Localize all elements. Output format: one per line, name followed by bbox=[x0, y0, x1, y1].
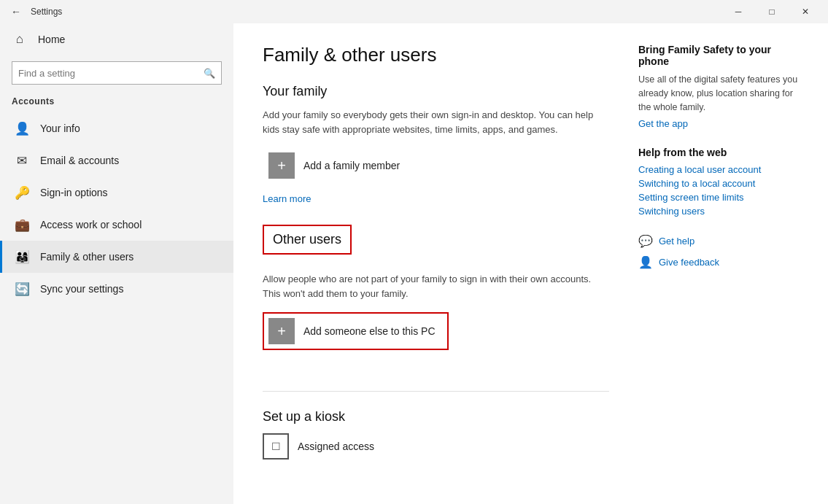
kiosk-section: Set up a kiosk ☐ Assigned access bbox=[263, 391, 609, 460]
get-help-link[interactable]: Get help bbox=[659, 236, 694, 247]
restore-button[interactable]: □ bbox=[755, 0, 789, 23]
sign-in-icon: 🔑 bbox=[14, 185, 30, 201]
search-icon: 🔍 bbox=[204, 68, 215, 79]
sidebar-item-access-work[interactable]: 💼 Access work or school bbox=[0, 209, 233, 241]
help-feedback-section: 💬 Get help 👤 Give feedback bbox=[638, 234, 799, 269]
get-help-item[interactable]: 💬 Get help bbox=[638, 234, 799, 248]
sidebar-item-your-info[interactable]: 👤 Your info bbox=[0, 112, 233, 144]
add-family-icon-box: + bbox=[268, 152, 295, 179]
give-feedback-icon: 👤 bbox=[638, 255, 653, 269]
sidebar-item-sync[interactable]: 🔄 Sync your settings bbox=[0, 273, 233, 305]
link-switching-local-account[interactable]: Switching to a local account bbox=[638, 178, 799, 189]
back-button[interactable]: ← bbox=[6, 1, 26, 22]
email-icon: ✉ bbox=[14, 153, 30, 168]
sidebar-section-accounts: Accounts bbox=[0, 93, 233, 112]
add-someone-icon-box: + bbox=[268, 318, 295, 344]
your-family-heading: Your family bbox=[263, 84, 609, 99]
search-input[interactable] bbox=[18, 68, 204, 79]
page-title: Family & other users bbox=[263, 44, 609, 66]
your-info-icon: 👤 bbox=[14, 121, 30, 136]
link-creating-local-account[interactable]: Creating a local user account bbox=[638, 164, 799, 175]
app-container: ⌂ Home 🔍 Accounts 👤 Your info ✉ Email & … bbox=[0, 23, 828, 504]
main-content-area: Family & other users Your family Add you… bbox=[233, 23, 828, 504]
give-feedback-item[interactable]: 👤 Give feedback bbox=[638, 255, 799, 269]
main-content: Family & other users Your family Add you… bbox=[263, 44, 609, 484]
other-users-desc: Allow people who are not part of your fa… bbox=[263, 272, 598, 301]
app-title: Settings bbox=[31, 7, 721, 17]
your-info-label: Your info bbox=[40, 123, 80, 134]
add-someone-container: + Add someone else to this PC bbox=[263, 312, 449, 350]
family-icon: 👨‍👩‍👧 bbox=[14, 249, 30, 265]
bring-family-title: Bring Family Safety to your phone bbox=[638, 44, 799, 67]
get-the-app-link[interactable]: Get the app bbox=[638, 118, 799, 129]
close-button[interactable]: ✕ bbox=[789, 0, 822, 23]
kiosk-heading: Set up a kiosk bbox=[263, 409, 609, 424]
plus-icon: + bbox=[277, 158, 286, 174]
your-family-desc: Add your family so everybody gets their … bbox=[263, 108, 598, 136]
home-icon: ⌂ bbox=[12, 32, 28, 47]
add-family-label: Add a family member bbox=[303, 160, 400, 171]
access-work-label: Access work or school bbox=[40, 219, 142, 230]
sync-icon: 🔄 bbox=[14, 282, 30, 297]
home-label: Home bbox=[38, 34, 65, 45]
right-panel: Bring Family Safety to your phone Use al… bbox=[638, 44, 799, 484]
add-someone-label: Add someone else to this PC bbox=[303, 325, 436, 337]
minimize-button[interactable]: ─ bbox=[721, 0, 755, 23]
family-label: Family & other users bbox=[40, 251, 134, 263]
sidebar-item-home[interactable]: ⌂ Home bbox=[0, 23, 233, 55]
work-icon: 💼 bbox=[14, 217, 30, 233]
sync-label: Sync your settings bbox=[40, 283, 123, 295]
titlebar: ← Settings ─ □ ✕ bbox=[0, 0, 828, 23]
add-someone-plus-icon: + bbox=[277, 323, 286, 340]
help-from-web-section: Help from the web Creating a local user … bbox=[638, 147, 799, 217]
learn-more-link[interactable]: Learn more bbox=[263, 193, 311, 204]
sidebar-item-email-accounts[interactable]: ✉ Email & accounts bbox=[0, 144, 233, 177]
get-help-icon: 💬 bbox=[638, 234, 653, 248]
sidebar: ⌂ Home 🔍 Accounts 👤 Your info ✉ Email & … bbox=[0, 23, 233, 504]
add-family-member-button[interactable]: + Add a family member bbox=[263, 148, 406, 183]
link-screen-time-limits[interactable]: Setting screen time limits bbox=[638, 192, 799, 203]
assigned-access-label: Assigned access bbox=[298, 441, 374, 452]
search-box[interactable]: 🔍 bbox=[12, 61, 222, 85]
other-users-heading: Other users bbox=[273, 232, 341, 247]
sign-in-label: Sign-in options bbox=[40, 187, 108, 198]
help-from-web-title: Help from the web bbox=[638, 147, 799, 158]
other-users-section-border: Other users bbox=[263, 225, 352, 255]
sidebar-item-sign-in[interactable]: 🔑 Sign-in options bbox=[0, 177, 233, 209]
add-someone-button[interactable]: + Add someone else to this PC bbox=[264, 314, 447, 349]
link-switching-users[interactable]: Switching users bbox=[638, 206, 799, 217]
window-controls: ─ □ ✕ bbox=[721, 0, 822, 23]
sidebar-item-family[interactable]: 👨‍👩‍👧 Family & other users bbox=[0, 241, 233, 273]
give-feedback-link[interactable]: Give feedback bbox=[659, 257, 719, 268]
assigned-access-item: ☐ Assigned access bbox=[263, 433, 609, 460]
assigned-access-icon: ☐ bbox=[263, 433, 289, 460]
email-accounts-label: Email & accounts bbox=[40, 155, 119, 166]
bring-family-desc: Use all of the digital safety features y… bbox=[638, 73, 799, 114]
